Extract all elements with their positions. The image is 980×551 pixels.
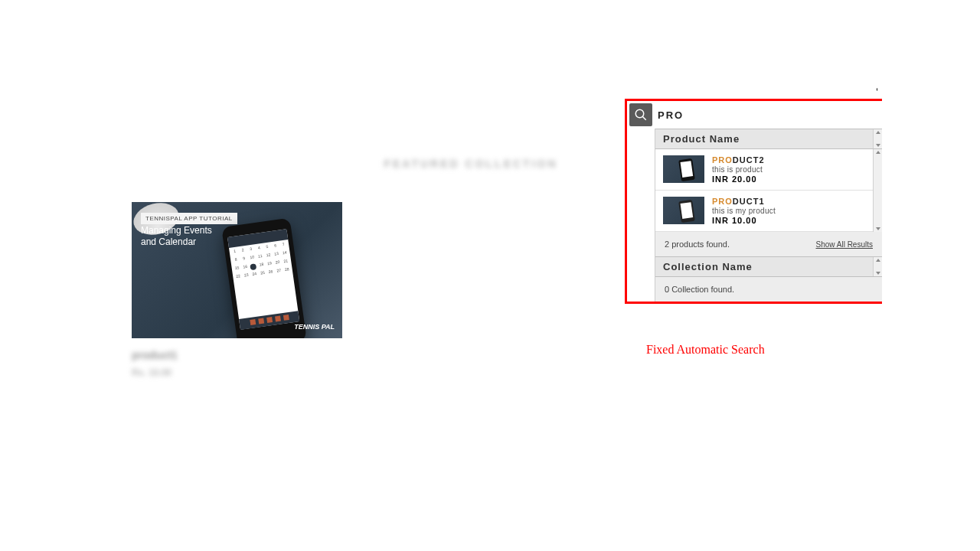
search-icon-button[interactable] xyxy=(629,103,652,126)
collections-section-header: Collection Name xyxy=(655,256,882,277)
products-footer: 2 products found. Show All Results xyxy=(655,232,882,256)
show-all-results-link[interactable]: Show All Results xyxy=(816,240,873,249)
bg-product-name: product1 xyxy=(132,349,178,361)
products-found-count: 2 products found. xyxy=(665,240,730,249)
product-results-list: PRODUCT2 this is product INR 20.00 PRODU… xyxy=(655,149,882,232)
result-thumbnail xyxy=(663,155,704,183)
search-result-item[interactable]: PRODUCT2 this is product INR 20.00 xyxy=(655,149,882,191)
result-title: PRODUCT2 xyxy=(712,155,765,165)
search-widget: Product Name PRODUCT2 this is product IN… xyxy=(625,99,882,304)
tennispal-logo: TENNIS PAL xyxy=(294,323,335,331)
products-section-header: Product Name xyxy=(655,129,882,149)
product-card-image[interactable]: TENNISPAL APP TUTORIAL Managing Events a… xyxy=(132,202,342,338)
scrollbar[interactable] xyxy=(873,149,882,232)
scrollbar[interactable] xyxy=(873,129,882,148)
collections-found-count: 0 Collection found. xyxy=(655,277,882,302)
result-title: PRODUCT1 xyxy=(712,197,776,206)
search-icon xyxy=(634,108,648,122)
phone-mockup: 1234567 891011121314 151618192021 222324… xyxy=(221,218,307,338)
svg-line-1 xyxy=(642,116,646,120)
top-right-mark: ‘ xyxy=(876,86,878,98)
result-price: INR 10.00 xyxy=(712,216,776,225)
bg-product-price: Rs. 10.00 xyxy=(132,367,172,378)
svg-point-0 xyxy=(635,109,644,118)
tutorial-title: Managing Events and Calendar xyxy=(141,225,212,248)
scrollbar[interactable] xyxy=(873,257,882,276)
result-description: this is my product xyxy=(712,207,776,215)
tutorial-strip: TENNISPAL APP TUTORIAL xyxy=(141,213,237,224)
search-input[interactable] xyxy=(655,101,882,129)
result-thumbnail xyxy=(663,197,704,224)
result-price: INR 20.00 xyxy=(712,174,765,184)
annotation-label: Fixed Automatic Search xyxy=(646,343,765,357)
search-result-item[interactable]: PRODUCT1 this is my product INR 10.00 xyxy=(655,191,882,232)
result-description: this is product xyxy=(712,165,765,174)
